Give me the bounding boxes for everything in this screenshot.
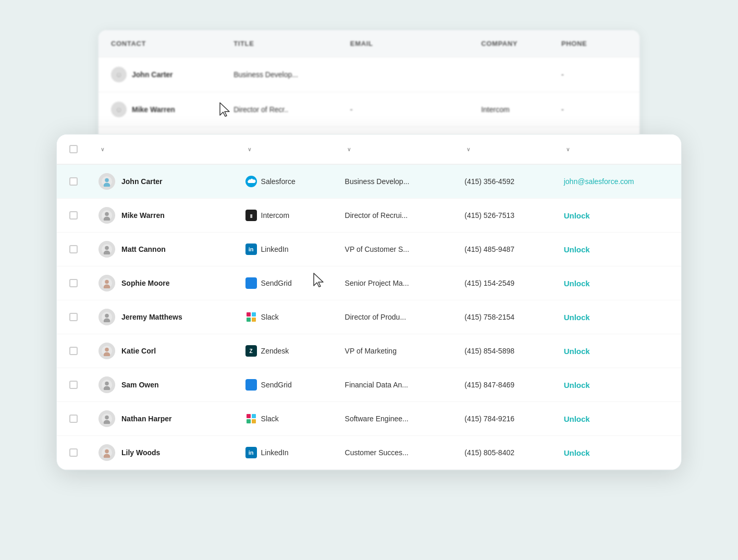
company-cell: Slack	[235, 300, 335, 334]
table-row[interactable]: Nathan Harper Slack Software Enginee... …	[57, 402, 681, 436]
row-checkbox[interactable]	[69, 313, 78, 321]
select-all-checkbox[interactable]	[69, 145, 78, 153]
header-email[interactable]: ∨	[554, 135, 681, 164]
email-cell[interactable]: Unlock	[554, 402, 681, 436]
table-row[interactable]: Mike Warren ||| Intercom Director of Rec…	[57, 199, 681, 233]
avatar	[99, 343, 115, 359]
company-cell: Z Zendesk	[235, 334, 335, 368]
company-name: Slack	[261, 415, 279, 423]
email-cell[interactable]: Unlock	[554, 300, 681, 334]
email-cell[interactable]: Unlock	[554, 233, 681, 266]
contact-cell: Nathan Harper	[88, 402, 235, 436]
row-checkbox[interactable]	[69, 211, 78, 220]
title-sort-icon: ∨	[347, 147, 351, 152]
unlock-button[interactable]: Unlock	[564, 279, 590, 288]
contact-cell: Katie Corl	[88, 334, 235, 368]
contact-cell: Matt Cannon	[88, 233, 235, 266]
company-cell: in LinkedIn	[235, 233, 335, 266]
table-row[interactable]: Sophie Moore SendGrid Senior Project Ma.…	[57, 266, 681, 300]
unlock-button[interactable]: Unlock	[564, 347, 590, 356]
table-row[interactable]: Katie Corl Z Zendesk VP of Marketing (41…	[57, 334, 681, 368]
phone-cell: (415) 854-5898	[454, 334, 553, 368]
table-row[interactable]: Jeremy Matthews Slack Director of Produ.…	[57, 300, 681, 334]
unlock-button[interactable]: Unlock	[564, 211, 590, 220]
phone-cell: (415) 805-8402	[454, 436, 553, 470]
avatar	[99, 241, 115, 258]
unlock-button[interactable]: Unlock	[564, 313, 590, 322]
title-cell: Director of Recrui...	[335, 199, 454, 233]
email-cell[interactable]: Unlock	[554, 266, 681, 300]
unlock-button[interactable]: Unlock	[564, 245, 590, 254]
phone-cell: (415) 356-4592	[454, 164, 553, 199]
email-cell[interactable]: john@salesforce.com	[554, 164, 681, 199]
company-cell: Slack	[235, 402, 335, 436]
title-cell: VP of Marketing	[335, 334, 454, 368]
row-checkbox-cell	[57, 368, 88, 402]
svg-point-25	[105, 449, 109, 454]
bg-header-phone: PHONE	[549, 30, 639, 57]
phone-sort-icon: ∨	[466, 147, 471, 152]
row-checkbox-cell	[57, 266, 88, 300]
svg-point-7	[105, 246, 109, 250]
row-checkbox-cell	[57, 164, 88, 199]
table-row[interactable]: Sam Owen SendGrid Financial Data An... (…	[57, 368, 681, 402]
unlock-button[interactable]: Unlock	[564, 448, 590, 457]
email-link[interactable]: john@salesforce.com	[564, 177, 634, 186]
row-checkbox-cell	[57, 402, 88, 436]
row-checkbox-cell	[57, 233, 88, 266]
phone-cell: (415) 154-2549	[454, 266, 553, 300]
company-name: LinkedIn	[261, 245, 289, 253]
row-checkbox[interactable]	[69, 347, 78, 355]
title-cell: Business Develop...	[335, 164, 454, 199]
table-row[interactable]: Matt Cannon in LinkedIn VP of Customer S…	[57, 233, 681, 266]
scene: CONTACT TITLE EMAIL COMPANY PHONE ☺John …	[56, 30, 682, 530]
header-company[interactable]: ∨	[235, 135, 335, 164]
table-row[interactable]: Lily Woods in LinkedIn Customer Succes..…	[57, 436, 681, 470]
contact-name: Sam Owen	[121, 381, 159, 389]
bg-header-email: EMAIL	[338, 30, 469, 57]
company-name: Slack	[261, 313, 279, 321]
row-checkbox[interactable]	[69, 279, 78, 287]
email-cell[interactable]: Unlock	[554, 199, 681, 233]
email-cell[interactable]: Unlock	[554, 334, 681, 368]
contact-cell: John Carter	[88, 164, 235, 199]
row-checkbox[interactable]	[69, 245, 78, 253]
contact-name: Sophie Moore	[121, 279, 170, 287]
row-checkbox-cell	[57, 436, 88, 470]
company-sort-icon: ∨	[248, 147, 252, 152]
bg-header-contact: CONTACT	[99, 30, 221, 57]
header-contact[interactable]: ∨	[88, 135, 235, 164]
email-cell[interactable]: Unlock	[554, 436, 681, 470]
svg-point-16	[105, 348, 109, 352]
avatar	[99, 207, 115, 224]
company-name: LinkedIn	[261, 448, 289, 457]
title-cell: VP of Customer S...	[335, 233, 454, 266]
company-cell: SendGrid	[235, 368, 335, 402]
unlock-button[interactable]: Unlock	[564, 381, 590, 389]
title-cell: Senior Project Ma...	[335, 266, 454, 300]
unlock-button[interactable]: Unlock	[564, 415, 590, 423]
row-checkbox[interactable]	[69, 448, 78, 457]
title-cell: Financial Data An...	[335, 368, 454, 402]
svg-point-4	[105, 212, 109, 216]
company-cell: ||| Intercom	[235, 199, 335, 233]
row-checkbox[interactable]	[69, 381, 78, 389]
header-title[interactable]: ∨	[335, 135, 454, 164]
main-table-wrapper: ∨ ∨ ∨	[56, 134, 682, 470]
contact-sort-icon: ∨	[101, 147, 105, 152]
avatar	[99, 275, 115, 291]
row-checkbox-cell	[57, 199, 88, 233]
bg-row-1: ☺John Carter Business Develop... -	[99, 57, 639, 92]
table-row[interactable]: John Carter Salesforce Business Develop.…	[57, 164, 681, 199]
contact-name: John Carter	[121, 177, 163, 186]
row-checkbox[interactable]	[69, 177, 78, 186]
phone-cell: (415) 485-9487	[454, 233, 553, 266]
header-phone[interactable]: ∨	[454, 135, 553, 164]
title-cell: Director of Produ...	[335, 300, 454, 334]
email-cell[interactable]: Unlock	[554, 368, 681, 402]
contact-cell: Sam Owen	[88, 368, 235, 402]
row-checkbox-cell	[57, 334, 88, 368]
row-checkbox[interactable]	[69, 415, 78, 423]
company-cell: Salesforce	[235, 164, 335, 199]
contact-name: Lily Woods	[121, 448, 160, 457]
